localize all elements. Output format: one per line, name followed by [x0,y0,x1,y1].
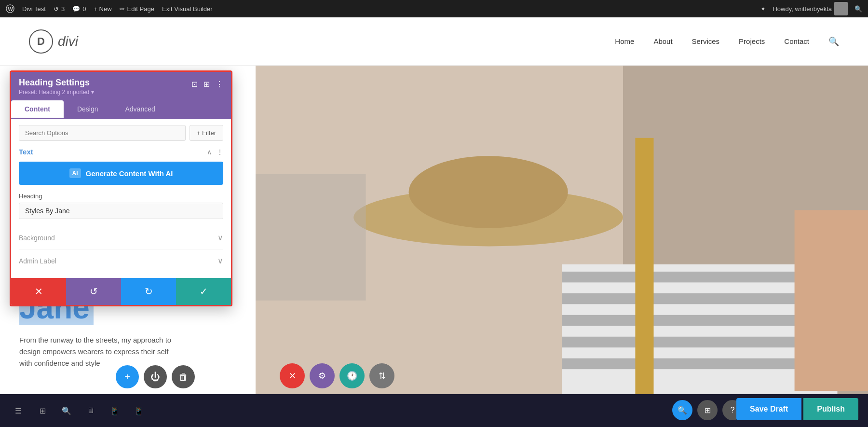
site-name[interactable]: Divi Test [22,5,46,13]
section-more-icon[interactable]: ⋮ [217,148,223,156]
tab-design[interactable]: Design [64,100,112,119]
edit-page[interactable]: ✏ Edit Page [120,5,154,13]
ai-generate-button[interactable]: AI Generate Content With AI [19,162,223,185]
background-chevron-icon: ∨ [217,233,223,242]
background-collapsible[interactable]: Background ∨ [19,226,223,249]
redo-button[interactable]: ↻ [121,278,176,305]
toolbar-grid-icon[interactable]: ⊞ [34,402,51,419]
toolbar-search-icon[interactable]: 🔍 [58,402,75,419]
admin-bar: W Divi Test ↺ 3 💬 0 + New ✏ Edit Page Ex… [0,0,868,17]
toolbar-tablet-icon[interactable]: 📱 [106,402,123,419]
element-close-button[interactable]: ✕ [280,363,305,388]
logo-text: divi [58,34,78,49]
nav-contact[interactable]: Contact [784,37,809,45]
panel-title-group: Heading Settings Preset: Heading 2 impor… [19,78,94,96]
section-collapse-icon[interactable]: ∧ [207,148,212,156]
publish-button[interactable]: Publish [803,398,858,420]
panel-body: + Filter Text ∧ ⋮ AI Generate Content Wi… [11,119,231,278]
panel-columns-icon[interactable]: ⊞ [203,80,210,89]
svg-point-6 [409,156,568,228]
site-nav: Home About Services Projects Contact 🔍 [615,36,839,47]
comments[interactable]: 💬 0 [72,5,86,13]
settings-panel: Heading Settings Preset: Heading 2 impor… [10,70,232,306]
panel-header: Heading Settings Preset: Heading 2 impor… [11,72,231,100]
panel-header-icons: ⊡ ⊞ ⋮ [191,80,223,89]
text-section-header: Text ∧ ⋮ [19,148,223,156]
admin-search-icon[interactable]: 🔍 [854,5,862,13]
ai-icon: AI [69,168,81,178]
text-section-title: Text [19,148,33,156]
admin-label-text: Admin Label [19,257,56,265]
heading-field-group: Heading [19,193,223,219]
heading-field-label: Heading [19,193,223,200]
hero-subtext: From the runway to the streets, my appro… [19,334,203,369]
panel-footer: ✕ ↺ ↻ ✓ [11,278,231,305]
section-icons: ∧ ⋮ [207,148,223,156]
page-element-controls: ✕ ⚙ 🕐 ⇅ [280,363,394,388]
new-post[interactable]: + New [94,5,111,13]
right-search-button[interactable]: 🔍 [672,400,692,420]
nav-projects[interactable]: Projects [739,37,765,45]
exit-builder[interactable]: Exit Visual Builder [162,5,213,13]
ai-icon[interactable]: ✦ [760,5,766,13]
element-adjust-button[interactable]: ⇅ [369,363,394,388]
howdy-label[interactable]: Howdy, writtenbyekta [773,2,848,15]
nav-search-icon[interactable]: 🔍 [828,36,839,47]
save-draft-button[interactable]: Save Draft [736,398,801,420]
right-layers-button[interactable]: ⊞ [697,400,718,420]
toolbar-desktop-icon[interactable]: 🖥 [82,402,99,419]
filter-button[interactable]: + Filter [190,125,223,141]
panel-resize-icon[interactable]: ⊡ [191,80,198,89]
delete-button[interactable]: 🗑 [172,365,195,388]
cancel-button[interactable]: ✕ [11,278,66,305]
page-content: Styles By Styles By Jane From the runway… [0,66,868,427]
site-header: D divi Home About Services Projects Cont… [0,17,868,66]
power-button[interactable]: ⏻ [144,365,167,388]
confirm-button[interactable]: ✓ [176,278,231,305]
admin-label-collapsible[interactable]: Admin Label ∨ [19,249,223,272]
nav-home[interactable]: Home [615,37,634,45]
svg-rect-14 [795,210,868,391]
save-publish-group: Save Draft Publish [736,398,858,420]
admin-label-chevron-icon: ∨ [217,256,223,265]
add-module-button[interactable]: + [116,365,139,388]
element-settings-button[interactable]: ⚙ [310,363,335,388]
tab-advanced[interactable]: Advanced [111,100,168,119]
background-label: Background [19,234,55,242]
svg-text:W: W [8,6,14,12]
revisions[interactable]: ↺ 3 [54,5,65,13]
search-options-input[interactable] [19,125,186,141]
panel-tabs: Content Design Advanced [11,100,231,119]
svg-rect-13 [635,138,653,427]
svg-rect-15 [256,174,366,301]
panel-preset[interactable]: Preset: Heading 2 imported ▾ [19,89,94,96]
admin-bar-right: ✦ Howdy, writtenbyekta 🔍 [760,2,862,15]
nav-about[interactable]: About [653,37,672,45]
undo-button[interactable]: ↺ [66,278,121,305]
toolbar-mobile-icon[interactable]: 📱 [130,402,148,419]
panel-more-icon[interactable]: ⋮ [216,80,223,89]
heading-text-input[interactable] [19,203,223,219]
wp-logo[interactable]: W [6,4,14,13]
search-filter-row: + Filter [19,125,223,141]
site-logo: D divi [29,29,78,54]
logo-circle: D [29,29,53,54]
right-toolbar: 🔍 ⊞ ? [672,400,743,420]
toolbar-menu-icon[interactable]: ☰ [10,402,27,419]
element-history-button[interactable]: 🕐 [339,363,365,388]
panel-title: Heading Settings [19,78,94,88]
nav-services[interactable]: Services [692,37,720,45]
tab-content[interactable]: Content [11,100,64,119]
floating-controls: + ⏻ 🗑 [116,365,195,388]
